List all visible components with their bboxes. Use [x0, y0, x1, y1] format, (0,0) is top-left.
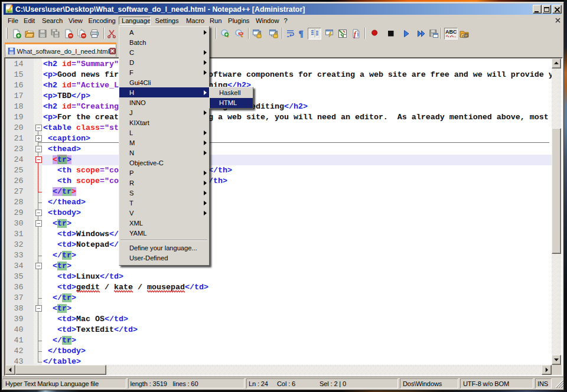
svg-text:¶: ¶ — [299, 29, 304, 38]
